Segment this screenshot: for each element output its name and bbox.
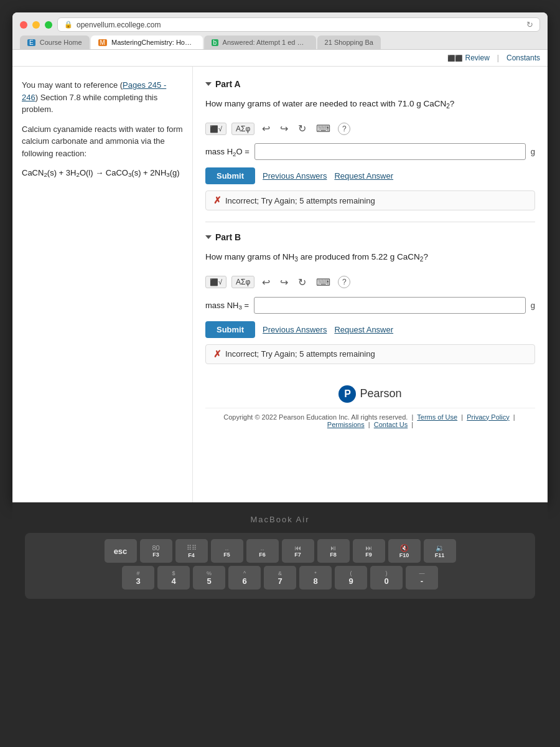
key-f9[interactable]: ⏭F9 xyxy=(353,539,385,563)
key-percent-5[interactable]: %5 xyxy=(193,566,225,590)
key-paren-9[interactable]: (9 xyxy=(335,566,367,590)
pearson-p-icon: P xyxy=(338,385,356,403)
matrix-button-a[interactable]: ⬛√ xyxy=(205,123,226,135)
matrix-button-b[interactable]: ⬛√ xyxy=(205,276,226,288)
top-nav: ⬛⬛ Review | Constants xyxy=(12,50,548,67)
reload-icon[interactable]: ↻ xyxy=(526,20,533,29)
part-b-section: Part B How many grams of NH3 are produce… xyxy=(205,232,535,364)
sidebar: You may want to reference (Pages 245 - 2… xyxy=(12,67,193,502)
key-hash-3[interactable]: #3 xyxy=(122,566,154,590)
tab-shopping[interactable]: 21 Shopping Ba xyxy=(317,35,381,49)
part-b-buttons: Submit Previous Answers Request Answer xyxy=(205,321,535,338)
part-a-unit: g xyxy=(531,147,535,156)
pearson-logo: P Pearson xyxy=(338,385,401,403)
address-bar[interactable]: 🔒 openvellum.ecollege.com ↻ xyxy=(57,17,540,32)
part-a-toolbar: ⬛√ AΣφ ↩ ↪ ↻ ⌨ ? xyxy=(205,119,535,138)
keyboard-button-b[interactable]: ⌨ xyxy=(314,275,333,289)
help-button-a[interactable]: ? xyxy=(338,123,350,135)
key-paren-0[interactable]: )0 xyxy=(370,566,403,590)
refresh-button-b[interactable]: ↻ xyxy=(296,275,309,289)
copyright-bar: Copyright © 2022 Pearson Education Inc. … xyxy=(205,408,535,438)
pearson-text: Pearson xyxy=(360,387,401,400)
contact-link[interactable]: Contact Us xyxy=(374,421,408,428)
part-a-input-label: mass H2O = xyxy=(205,147,250,156)
part-b-request-answer[interactable]: Request Answer xyxy=(334,325,393,334)
pages-link[interactable]: Pages 245 - 246 xyxy=(22,80,166,102)
part-b-input[interactable] xyxy=(254,297,526,314)
constants-link[interactable]: Constants xyxy=(506,54,540,62)
key-f4[interactable]: ⠿⠿F4 xyxy=(175,539,208,563)
tab-answered[interactable]: b Answered: Attempt 1 ed with Feedback w… xyxy=(204,35,316,49)
part-b-submit[interactable]: Submit xyxy=(205,321,255,338)
browser-window: 🔒 openvellum.ecollege.com ↻ E Course Hom… xyxy=(12,12,548,502)
part-a-submit[interactable]: Submit xyxy=(205,167,255,184)
key-caret-6[interactable]: ^6 xyxy=(228,566,261,590)
part-b-prev-answers[interactable]: Previous Answers xyxy=(263,325,327,334)
key-dash[interactable]: —- xyxy=(406,566,438,590)
url-text: openvellum.ecollege.com xyxy=(77,21,161,29)
copyright-text: Copyright © 2022 Pearson Education Inc. … xyxy=(223,413,408,421)
browser-chrome: 🔒 openvellum.ecollege.com ↻ E Course Hom… xyxy=(12,12,548,50)
key-esc[interactable]: esc xyxy=(105,539,137,563)
key-dollar-4[interactable]: $4 xyxy=(157,566,190,590)
pearson-area: P Pearson xyxy=(205,375,535,408)
permissions-link[interactable]: Permissions xyxy=(327,421,365,428)
keyboard-area: MacBook Air esc 80F3 ⠿⠿F4 ..F5 ..F6 ⏮F7 … xyxy=(12,502,548,605)
part-a-request-answer[interactable]: Request Answer xyxy=(334,171,393,181)
part-divider xyxy=(205,222,535,222)
key-f11[interactable]: 🔉F11 xyxy=(424,539,456,563)
chemical-equation: CaCN2(s) + 3H2O(l) → CaCO3(s) + 2NH3(g) xyxy=(22,167,183,179)
fn-key-row: esc 80F3 ⠿⠿F4 ..F5 ..F6 ⏮F7 ⏯F8 ⏭F9 🔇F10… xyxy=(31,539,529,563)
part-b-header: Part B xyxy=(205,232,535,242)
key-f6[interactable]: ..F6 xyxy=(246,539,279,563)
key-f8[interactable]: ⏯F8 xyxy=(317,539,350,563)
tab-course-home[interactable]: E Course Home xyxy=(20,35,90,49)
part-b-error: ✗ Incorrect; Try Again; 5 attempts remai… xyxy=(205,344,535,364)
undo-button-a[interactable]: ↩ xyxy=(259,121,273,136)
sidebar-reference: You may want to reference (Pages 245 - 2… xyxy=(22,79,183,116)
redo-button-a[interactable]: ↪ xyxy=(278,121,291,136)
part-a-buttons: Submit Previous Answers Request Answer xyxy=(205,167,535,184)
key-amp-7[interactable]: &7 xyxy=(264,566,296,590)
part-b-unit: g xyxy=(531,301,535,310)
key-f7[interactable]: ⏮F7 xyxy=(282,539,314,563)
refresh-button-a[interactable]: ↻ xyxy=(296,121,309,136)
key-f5[interactable]: ..F5 xyxy=(211,539,243,563)
part-b-toolbar: ⬛√ AΣφ ↩ ↪ ↻ ⌨ ? xyxy=(205,273,535,292)
matrix-icon-b: ⬛√ xyxy=(210,278,222,286)
part-a-answer-row: mass H2O = g xyxy=(205,143,535,160)
keyboard: esc 80F3 ⠿⠿F4 ..F5 ..F6 ⏮F7 ⏯F8 ⏭F9 🔇F10… xyxy=(25,533,535,599)
part-a-error-text: Incorrect; Try Again; 5 attempts remaini… xyxy=(225,196,375,205)
minimize-dot[interactable] xyxy=(32,21,40,29)
part-b-question: How many grams of NH3 are produced from … xyxy=(205,251,535,263)
close-dot[interactable] xyxy=(20,21,27,29)
maximize-dot[interactable] xyxy=(45,21,52,29)
part-b-error-icon: ✗ xyxy=(213,349,222,360)
part-a-chevron[interactable] xyxy=(205,82,212,86)
privacy-link[interactable]: Privacy Policy xyxy=(467,413,509,421)
part-a-input[interactable] xyxy=(254,143,526,160)
part-a-header: Part A xyxy=(205,79,535,89)
key-star-8[interactable]: *8 xyxy=(299,566,332,590)
key-f10[interactable]: 🔇F10 xyxy=(388,539,421,563)
tab-bar: E Course Home M MasteringChemistry: Home… xyxy=(20,35,540,49)
part-b-input-label: mass NH3 = xyxy=(205,301,249,310)
part-a-label: Part A xyxy=(215,79,241,89)
redo-button-b[interactable]: ↪ xyxy=(278,275,291,289)
terms-link[interactable]: Terms of Use xyxy=(417,413,457,421)
undo-button-b[interactable]: ↩ xyxy=(259,275,273,289)
part-a-section: Part A How many grams of water are neede… xyxy=(205,79,535,210)
part-a-error: ✗ Incorrect; Try Again; 5 attempts remai… xyxy=(205,190,535,210)
asigma-button-a[interactable]: AΣφ xyxy=(231,123,254,135)
review-link[interactable]: ⬛⬛ Review xyxy=(447,54,489,62)
tab-mastering[interactable]: M MasteringChemistry: Homework Chapter 7 xyxy=(91,35,203,49)
asigma-button-b[interactable]: AΣφ xyxy=(231,276,254,288)
help-button-b[interactable]: ? xyxy=(338,276,350,288)
part-a-prev-answers[interactable]: Previous Answers xyxy=(263,171,327,181)
laptop-shell: 🔒 openvellum.ecollege.com ↻ E Course Hom… xyxy=(0,0,560,747)
part-b-chevron[interactable] xyxy=(205,235,212,239)
matrix-icon: ⬛√ xyxy=(210,125,222,133)
part-a-question: How many grams of water are needed to re… xyxy=(205,98,535,110)
keyboard-button-a[interactable]: ⌨ xyxy=(314,121,333,136)
key-f3[interactable]: 80F3 xyxy=(140,539,172,563)
